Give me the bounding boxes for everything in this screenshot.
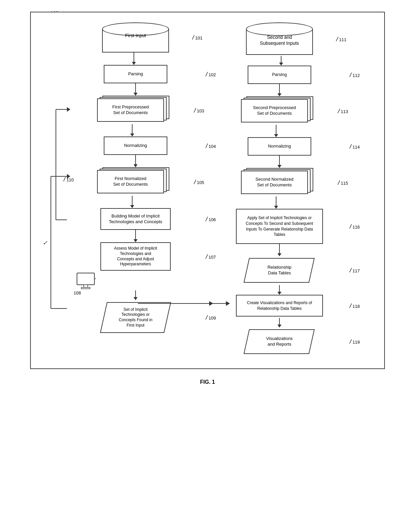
ref-114: / 114 (350, 143, 360, 150)
diagram-box: ✓ Firs (30, 12, 385, 369)
figure-caption: FIG. 1 (200, 379, 215, 385)
node-101-cylinder: First Input (102, 22, 169, 53)
node-103-stacked: First PreprocessedSet of Documents (97, 96, 174, 124)
node-101-row: First Input / 101 (72, 22, 199, 53)
node-106-label: Building Model of ImplicitTechnologies a… (109, 213, 162, 225)
monitor-icon (75, 272, 97, 290)
node-104: Normalizing (104, 137, 167, 155)
node-102: Parsing (104, 65, 167, 83)
node-113-stacked: Second PreprocessedSet of Documents (241, 96, 318, 125)
ref-113: / 113 (338, 108, 348, 115)
ref-107: / 107 (206, 253, 216, 260)
node-113-row: Second PreprocessedSet of Documents / 11… (216, 96, 343, 125)
ref-119: / 119 (350, 338, 360, 345)
node-116-row: Apply Set of Implicit Technologies or Co… (216, 209, 343, 244)
svg-rect-12 (84, 285, 88, 287)
node-118-row: Create Visualizations and Reports ofRela… (216, 295, 343, 317)
ref-109: / 109 (206, 314, 216, 321)
node-109: Set of ImplicitTechnologies orConcepts F… (99, 301, 172, 334)
node-119-label: Visualizationsand Reports (259, 334, 299, 349)
ref-111: / 111 (336, 36, 346, 43)
ref-103: / 103 (194, 107, 204, 114)
node-117-label: RelationshipData Tables (261, 263, 298, 278)
ref-118: / 118 (350, 302, 360, 309)
node-105-row: / 110 First NormalizedSet of Documents /… (72, 167, 199, 196)
node-103-label: First PreprocessedSet of Documents (112, 104, 149, 116)
node-117: RelationshipData Tables (243, 257, 316, 284)
ref-112: / 112 (350, 71, 360, 78)
node-115-stacked: Second NormalizedSet of Documents (241, 168, 318, 196)
ref-105: / 105 (194, 179, 204, 186)
node-109-label: Set of ImplicitTechnologies orConcepts F… (112, 305, 159, 330)
page-container: 100 ✓ (23, 10, 392, 385)
node-118: Create Visualizations and Reports ofRela… (236, 295, 323, 317)
node-114: Normalizing (248, 137, 311, 156)
ref-106: / 106 (206, 215, 216, 223)
left-column: First Input / 101 Parsing (72, 22, 199, 334)
node-107: Assess Model of ImplicitTechnologies and… (100, 242, 171, 271)
ref-110: / 110 (64, 176, 74, 183)
node-105-label: First NormalizedSet of Documents (113, 176, 148, 187)
node-112-row: Parsing / 112 (216, 66, 343, 84)
node-118-label: Create Visualizations and Reports ofRela… (247, 300, 312, 312)
node-116: Apply Set of Implicit Technologies or Co… (236, 209, 323, 244)
node-107-label: Assess Model of ImplicitTechnologies and… (114, 246, 157, 267)
ref-117: / 117 (350, 267, 360, 274)
node-115-row: Second NormalizedSet of Documents / 115 (216, 168, 343, 196)
node-119-row: Visualizationsand Reports / 119 (216, 328, 343, 355)
ref-115: / 115 (338, 179, 348, 186)
node-102-row: Parsing / 102 (72, 65, 199, 83)
node-115-label: Second NormalizedSet of Documents (255, 177, 293, 188)
node-114-row: Normalizing / 114 (216, 137, 343, 156)
node-112: Parsing (248, 66, 311, 84)
node-106: Building Model of ImplicitTechnologies a… (100, 208, 171, 230)
ref-102: / 102 (206, 71, 216, 78)
node-113-label: Second PreprocessedSet of Documents (253, 105, 296, 116)
node-106-row: Building Model of ImplicitTechnologies a… (72, 208, 199, 230)
node-117-row: RelationshipData Tables / 117 (216, 257, 343, 284)
node-103-row: First PreprocessedSet of Documents / 103 (72, 96, 199, 124)
ref-104: / 104 (206, 142, 216, 149)
ref-101: / 101 (192, 34, 202, 41)
node-119: Visualizationsand Reports (243, 328, 316, 355)
node-109-row: Set of ImplicitTechnologies orConcepts F… (72, 301, 199, 334)
node-104-row: Normalizing / 104 (72, 137, 199, 155)
node-105-stacked: First NormalizedSet of Documents (97, 167, 174, 196)
ref-116: / 116 (350, 223, 360, 230)
node-111-cylinder: Second andSubsequent Inputs (246, 22, 313, 56)
ref-108: 108 (74, 290, 81, 295)
node-111-row: Second andSubsequent Inputs / 111 (216, 22, 343, 56)
right-column: Second andSubsequent Inputs / 111 (216, 22, 343, 355)
node-116-label: Apply Set of Implicit Technologies or Co… (240, 215, 319, 238)
node-107-row: Assess Model of ImplicitTechnologies and… (72, 242, 199, 271)
svg-rect-11 (77, 273, 94, 285)
svg-rect-13 (81, 287, 90, 289)
